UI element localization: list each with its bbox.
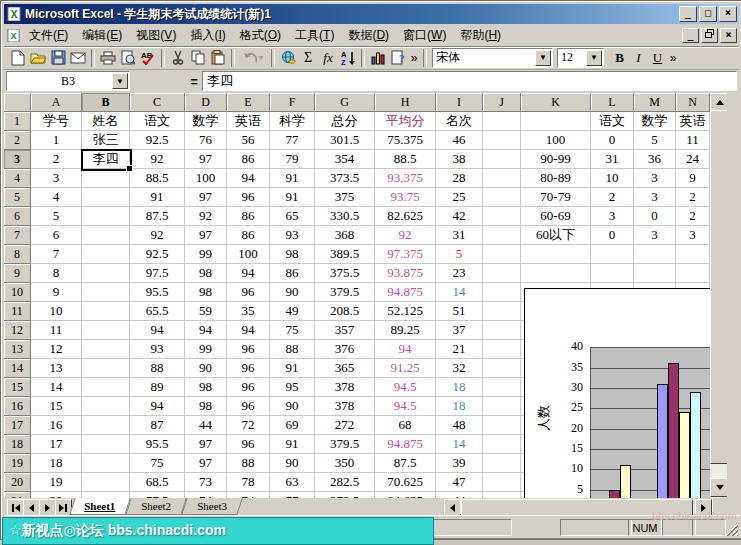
cell[interactable]: 86 [270, 264, 315, 283]
undo-button[interactable]: ▾ [238, 48, 268, 68]
cell[interactable]: 60以下 [521, 226, 591, 245]
cell[interactable]: 96 [227, 283, 270, 302]
cell[interactable]: 94 [227, 264, 270, 283]
cell[interactable]: 24 [676, 150, 710, 169]
cell[interactable]: 92 [130, 150, 185, 169]
cell[interactable]: 18 [436, 397, 483, 416]
column-header-C[interactable]: C [130, 93, 185, 112]
cell[interactable]: 75 [270, 321, 315, 340]
paste-function-button[interactable]: fx [318, 48, 338, 68]
cell[interactable]: 389.5 [315, 245, 375, 264]
cell[interactable] [483, 283, 521, 302]
cell[interactable]: 49 [270, 302, 315, 321]
cell[interactable] [483, 454, 521, 473]
cell[interactable]: 86 [227, 150, 270, 169]
cell[interactable] [82, 359, 130, 378]
cell[interactable]: 89.25 [375, 321, 436, 340]
vertical-scrollbar[interactable] [710, 93, 727, 498]
cell[interactable]: 94 [227, 321, 270, 340]
cell[interactable]: 96 [227, 188, 270, 207]
tab-sheet2[interactable]: Sheet2 [125, 498, 187, 515]
cell[interactable]: 100 [185, 169, 227, 188]
cell[interactable]: 35 [227, 302, 270, 321]
insert-hyperlink-button[interactable] [278, 48, 298, 68]
cell[interactable]: 94 [130, 397, 185, 416]
cell[interactable]: 46 [436, 131, 483, 150]
title-bar[interactable]: X Microsoft Excel - 学生期末考试成绩统计(新)1 _ □ × [4, 4, 739, 24]
cell[interactable] [82, 169, 130, 188]
cell[interactable]: 数学 [634, 112, 676, 131]
cell[interactable]: 姓名 [82, 112, 130, 131]
cell[interactable]: 47 [436, 473, 483, 492]
cell[interactable]: 282.5 [315, 473, 375, 492]
cell[interactable]: 英语 [676, 112, 710, 131]
cell[interactable]: 87.5 [130, 207, 185, 226]
cell[interactable]: 15 [31, 397, 82, 416]
cell[interactable]: 14 [436, 435, 483, 454]
cell[interactable]: 88.5 [375, 150, 436, 169]
cell[interactable]: 2 [676, 188, 710, 207]
column-header-G[interactable]: G [315, 93, 375, 112]
cell[interactable]: 1 [31, 131, 82, 150]
menu-V[interactable]: 视图(V) [129, 25, 183, 46]
cell[interactable] [82, 207, 130, 226]
cell[interactable]: 21 [436, 340, 483, 359]
row-header-1[interactable]: 1 [4, 112, 31, 131]
cell[interactable]: 6 [31, 226, 82, 245]
cell[interactable]: 89 [130, 378, 185, 397]
menu-E[interactable]: 编辑(E) [75, 25, 129, 46]
cell[interactable]: 82.625 [375, 207, 436, 226]
column-header-F[interactable]: F [270, 93, 315, 112]
cell[interactable]: 59 [185, 302, 227, 321]
cell[interactable] [483, 169, 521, 188]
cell[interactable]: 16 [31, 416, 82, 435]
cell[interactable]: 99 [185, 340, 227, 359]
cell[interactable] [82, 454, 130, 473]
cell[interactable]: 23 [436, 264, 483, 283]
cell[interactable]: 92 [130, 226, 185, 245]
doc-close-button[interactable]: × [720, 28, 737, 43]
cell[interactable]: 91 [130, 188, 185, 207]
cell[interactable]: 4 [31, 188, 82, 207]
cell[interactable]: 11 [676, 131, 710, 150]
column-header-B[interactable]: B [82, 93, 130, 112]
cell[interactable]: 86 [227, 207, 270, 226]
cell[interactable]: 91 [270, 169, 315, 188]
cell[interactable]: 357 [315, 321, 375, 340]
cell[interactable]: 5 [634, 131, 676, 150]
cell[interactable] [82, 340, 130, 359]
cell[interactable]: 李四 [82, 150, 130, 169]
cell[interactable]: 91 [270, 435, 315, 454]
cell[interactable]: 名次 [436, 112, 483, 131]
cell[interactable]: 5 [436, 245, 483, 264]
cell[interactable]: 90 [270, 397, 315, 416]
doc-minimize-button[interactable]: _ [682, 28, 699, 43]
cell[interactable]: 93.375 [375, 169, 436, 188]
cell[interactable] [82, 188, 130, 207]
chart-wizard-button[interactable] [368, 48, 388, 68]
cell[interactable]: 91 [270, 188, 315, 207]
cell[interactable]: 28 [436, 169, 483, 188]
paste-button[interactable] [208, 48, 228, 68]
cell[interactable]: 9 [676, 169, 710, 188]
column-header-H[interactable]: H [375, 93, 436, 112]
cell[interactable]: 总分 [315, 112, 375, 131]
menu-W[interactable]: 窗口(W) [396, 25, 453, 46]
cell[interactable]: 3 [676, 226, 710, 245]
cell[interactable] [82, 264, 130, 283]
cell[interactable]: 学号 [31, 112, 82, 131]
cell[interactable] [483, 150, 521, 169]
cell[interactable]: 63 [270, 473, 315, 492]
column-header-L[interactable]: L [591, 93, 634, 112]
cell[interactable]: 93 [270, 226, 315, 245]
column-header-D[interactable]: D [185, 93, 227, 112]
cell[interactable]: 88.5 [130, 169, 185, 188]
hscroll-left-button[interactable] [444, 499, 461, 516]
cell[interactable]: 93 [130, 340, 185, 359]
cell[interactable]: 36 [634, 150, 676, 169]
toolbar-more-chevron[interactable]: » [408, 51, 420, 65]
cell[interactable]: 88 [130, 359, 185, 378]
cell[interactable] [676, 264, 710, 283]
cell[interactable]: 100 [521, 131, 591, 150]
cell[interactable]: 5 [31, 207, 82, 226]
